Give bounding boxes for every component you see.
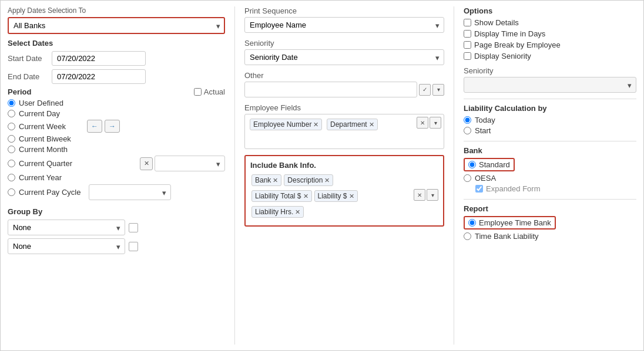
- liability-start-row: Start: [464, 126, 636, 135]
- period-current-biweek-radio[interactable]: [8, 135, 15, 143]
- tag-liability-hrs-remove[interactable]: ✕: [295, 208, 300, 216]
- bank-standard-radio[interactable]: [468, 161, 476, 168]
- end-date-label: End Date: [8, 72, 52, 81]
- report-employee-time-bank-radio[interactable]: [468, 219, 476, 227]
- period-current-quarter-radio[interactable]: [8, 160, 15, 167]
- bank-info-row-3: Liability Hrs. ✕: [250, 205, 438, 219]
- tag-bank: Bank ✕: [251, 174, 281, 186]
- tag-liability-hrs: Liability Hrs. ✕: [251, 206, 304, 218]
- tag-liability-total: Liability Total $ ✕: [251, 190, 312, 202]
- other-select[interactable]: [244, 82, 417, 97]
- display-seniority-checkbox[interactable]: [464, 52, 471, 60]
- quarter-select-wrapper[interactable]: ▾: [155, 156, 225, 171]
- period-current-year-row: Current Year: [8, 173, 225, 182]
- pay-cycle-label: Current Pay Cycle: [19, 188, 80, 197]
- pay-cycle-select-wrapper[interactable]: ▾: [89, 184, 171, 200]
- period-current-week-row: Current Week ← →: [8, 120, 225, 133]
- tag-description: Description ✕: [284, 174, 333, 186]
- period-title: Period: [8, 87, 31, 96]
- period-current-quarter-row: Current Quarter ✕ ▾: [8, 156, 225, 171]
- show-details-checkbox[interactable]: [464, 19, 471, 26]
- seniority-right-select-wrapper[interactable]: ▾: [464, 77, 636, 93]
- tag-liability-remove[interactable]: ✕: [349, 193, 354, 200]
- group-by-select-2[interactable]: None: [8, 238, 125, 254]
- period-header: Period Actual: [8, 87, 225, 96]
- nav-left-btn[interactable]: ←: [87, 120, 102, 133]
- start-date-input[interactable]: [52, 51, 146, 66]
- display-time-label: Display Time in Days: [474, 29, 545, 38]
- report-time-bank-liability-radio[interactable]: [464, 232, 471, 240]
- tag-employee-number-remove[interactable]: ✕: [313, 121, 318, 129]
- pay-cycle-select[interactable]: [89, 184, 171, 200]
- period-current-day-radio[interactable]: [8, 110, 15, 117]
- tag-liability-total-remove[interactable]: ✕: [303, 193, 308, 200]
- group-by-check-2[interactable]: [129, 242, 138, 251]
- period-user-defined-radio[interactable]: [8, 99, 15, 107]
- other-caret-btn[interactable]: ▾: [432, 84, 444, 96]
- nav-right-btn[interactable]: →: [105, 120, 120, 133]
- group-by-check-1[interactable]: [129, 223, 138, 232]
- seniority-select[interactable]: Seniority Date: [244, 49, 444, 65]
- period-current-biweek-label: Current Biweek: [19, 134, 71, 143]
- bank-section: Bank Standard OESA Expanded Form: [464, 146, 636, 193]
- quarter-clear-btn[interactable]: ✕: [140, 157, 153, 170]
- report-section: Report Employee Time Bank Time Bank Liab…: [464, 204, 636, 241]
- bank-row-caret-btn[interactable]: ▾: [427, 189, 438, 201]
- other-check-btn[interactable]: ✓: [419, 84, 431, 96]
- bank-row-clear-btn[interactable]: ✕: [414, 189, 425, 201]
- actual-checkbox[interactable]: [194, 88, 202, 96]
- period-pay-cycle-radio[interactable]: [8, 188, 15, 196]
- main-container: Apply Dates Selection To All Banks ▾ Sel…: [0, 0, 644, 351]
- report-employee-time-bank-label: Employee Time Bank: [479, 218, 551, 227]
- period-current-year-radio[interactable]: [8, 174, 15, 181]
- liability-today-radio[interactable]: [464, 116, 471, 124]
- seniority-mid-section: Seniority Seniority Date ▾: [244, 39, 444, 65]
- apply-dates-label: Apply Dates Selection To: [8, 6, 225, 15]
- pay-cycle-row: Current Pay Cycle ▾: [8, 184, 225, 200]
- end-date-input[interactable]: [52, 69, 146, 84]
- liability-today-row: Today: [464, 116, 636, 124]
- group-by-select-1[interactable]: None: [8, 220, 125, 235]
- bank-row-2-controls: ✕ ▾: [414, 189, 438, 201]
- apply-dates-select[interactable]: All Banks: [8, 17, 225, 34]
- end-date-row: End Date: [8, 69, 225, 84]
- group-by-select-wrapper-2[interactable]: None ▾: [8, 238, 125, 254]
- tag-bank-remove[interactable]: ✕: [273, 177, 278, 184]
- quarter-select[interactable]: [155, 156, 225, 171]
- print-sequence-select[interactable]: Employee Name: [244, 17, 444, 33]
- seniority-select-wrapper[interactable]: Seniority Date ▾: [244, 49, 444, 65]
- expanded-form-checkbox[interactable]: [475, 185, 483, 193]
- employee-fields-section: Employee Fields Employee Number ✕ Depart…: [244, 103, 444, 149]
- seniority-right-select[interactable]: [464, 77, 636, 93]
- options-title: Options: [464, 6, 636, 15]
- period-current-day-row: Current Day: [8, 109, 225, 118]
- bank-standard-highlighted: Standard: [464, 158, 515, 171]
- print-sequence-section: Print Sequence Employee Name ▾: [244, 6, 444, 33]
- period-current-year-label: Current Year: [19, 173, 62, 182]
- page-break-checkbox[interactable]: [464, 41, 471, 49]
- period-current-week-label: Current Week: [19, 122, 66, 131]
- period-current-month-radio[interactable]: [8, 146, 15, 153]
- other-section: Other ✓ ▾: [244, 71, 444, 97]
- bank-oesa-row: OESA: [464, 174, 636, 183]
- liability-start-radio[interactable]: [464, 127, 471, 134]
- period-current-day-label: Current Day: [19, 109, 60, 118]
- print-sequence-select-wrapper[interactable]: Employee Name ▾: [244, 17, 444, 33]
- bank-oesa-radio[interactable]: [464, 174, 471, 182]
- employee-fields-clear-btn[interactable]: ✕: [417, 117, 428, 129]
- employee-fields-caret-btn[interactable]: ▾: [430, 117, 441, 129]
- other-select-wrapper[interactable]: [244, 82, 417, 97]
- apply-dates-select-wrapper[interactable]: All Banks ▾: [8, 17, 225, 34]
- group-by-select-wrapper-1[interactable]: None ▾: [8, 220, 125, 235]
- report-employee-time-bank-row: Employee Time Bank: [464, 216, 636, 230]
- display-time-checkbox[interactable]: [464, 30, 471, 38]
- show-details-label: Show Details: [474, 18, 519, 27]
- tag-description-remove[interactable]: ✕: [324, 177, 330, 184]
- report-employee-time-bank-highlighted: Employee Time Bank: [464, 216, 556, 230]
- period-current-quarter-label: Current Quarter: [19, 159, 72, 168]
- period-current-week-radio[interactable]: [8, 123, 15, 130]
- employee-fields-controls: ✕ ▾: [417, 117, 441, 129]
- other-controls: ✓ ▾: [244, 82, 444, 97]
- divider-mid-right: [454, 6, 454, 345]
- tag-department-remove[interactable]: ✕: [369, 121, 374, 129]
